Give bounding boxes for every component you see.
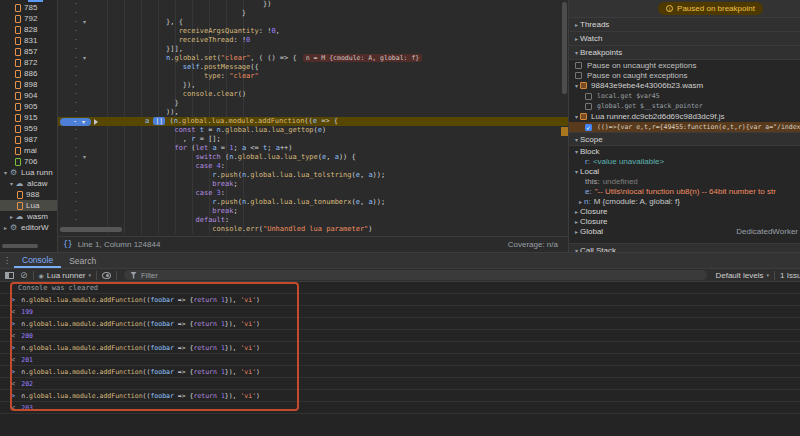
code-line[interactable]: - r.push(n.global.lua.lua_tolstring(e, a… <box>58 171 568 180</box>
navigator-item[interactable]: 905 <box>0 101 57 112</box>
scope-group-row[interactable]: ▾Block <box>569 146 800 156</box>
breakpoints-section-header[interactable]: ▾ Breakpoints <box>569 46 800 60</box>
gutter[interactable]: - <box>58 81 107 90</box>
navigator-item[interactable]: ▾☁alcaw <box>0 178 57 189</box>
code-line[interactable]: - }) <box>58 0 568 9</box>
chevron-right-icon[interactable]: ▸ <box>573 228 580 235</box>
editor-vertical-scrollbar[interactable] <box>561 0 568 236</box>
live-expression-eye-icon[interactable] <box>102 272 111 279</box>
scope-section-header[interactable]: ▾ Scope <box>569 132 800 146</box>
code-line[interactable]: - }]], <box>58 45 568 54</box>
console-filter-input[interactable]: Filter <box>124 270 707 280</box>
chevron-right-icon[interactable]: ▸ <box>8 213 15 220</box>
navigator-item[interactable]: Lua <box>0 200 57 211</box>
chevron-down-icon[interactable]: ▾ <box>573 148 580 155</box>
scrollbar-thumb[interactable] <box>562 2 567 94</box>
scope-group-row[interactable]: ▾Local <box>569 166 800 176</box>
code-line[interactable]: - } <box>58 9 568 18</box>
gutter[interactable]: - <box>58 207 107 216</box>
code-line[interactable]: - receiveThread: !0 <box>58 36 568 45</box>
gutter[interactable]: - <box>58 162 107 171</box>
code-line[interactable]: - break; <box>58 180 568 189</box>
breakpoint-entry[interactable]: global.get $__stack_pointer <box>569 101 800 111</box>
fold-arrow-icon[interactable]: ▾ <box>83 18 86 25</box>
gutter[interactable]: - <box>58 216 107 225</box>
chevron-down-icon[interactable]: ▾ <box>573 168 580 175</box>
gutter[interactable]: - <box>58 135 107 144</box>
log-levels-dropdown[interactable]: Default levels ▾ <box>715 271 769 280</box>
chevron-down-icon[interactable]: ▾ <box>573 82 580 89</box>
navigator-item[interactable]: 828 <box>0 24 57 35</box>
threads-section-header[interactable]: ▸ Threads <box>569 18 800 32</box>
gutter[interactable]: - <box>58 27 107 36</box>
execution-context-selector[interactable]: ◉ Lua runner ▾ <box>39 271 91 280</box>
chevron-right-icon[interactable]: ▸ <box>2 224 9 231</box>
gutter[interactable]: - <box>58 9 107 18</box>
gutter[interactable]: - <box>58 0 107 9</box>
code-line[interactable]: - } <box>58 99 568 108</box>
chevron-right-icon[interactable]: ▸ <box>573 208 580 215</box>
gutter[interactable]: -▾ <box>58 18 107 27</box>
code-line[interactable]: - const t = n.global.lua.lua_gettop(e) <box>58 126 568 135</box>
gutter[interactable]: -▾ <box>58 153 107 162</box>
checkbox[interactable] <box>575 72 582 79</box>
pause-exception-row[interactable]: Pause on uncaught exceptions <box>569 60 800 70</box>
console-sidebar-icon[interactable] <box>5 272 14 279</box>
code-line[interactable]: -▾ }, { <box>58 18 568 27</box>
callstack-section-header[interactable]: ▾ Call Stack <box>569 243 800 252</box>
code-line[interactable]: - }), <box>58 81 568 90</box>
navigator-item[interactable]: 886 <box>0 68 57 79</box>
code-line[interactable]: - receiveArgsQuantity: !0, <box>58 27 568 36</box>
gutter[interactable]: -▾ <box>58 117 107 126</box>
navigator-item[interactable]: 792 <box>0 13 57 24</box>
fold-arrow-icon[interactable]: ▾ <box>83 54 86 61</box>
scope-group-row[interactable]: ▸GlobalDedicatedWorker <box>569 226 800 236</box>
navigator-item[interactable]: ▾⚙Lua runn <box>0 167 57 178</box>
editor-horizontal-scrollbar[interactable] <box>60 227 122 232</box>
code-line[interactable]: - console.err("Unhandled lua parameter") <box>58 225 568 234</box>
gutter[interactable]: - <box>58 63 107 72</box>
code-line[interactable]: - case 4: <box>58 162 568 171</box>
gutter[interactable]: - <box>58 90 107 99</box>
chevron-down-icon[interactable]: ▾ <box>573 113 580 120</box>
code-line[interactable]: - type: "clear" <box>58 72 568 81</box>
navigator-item[interactable]: 785 <box>0 2 57 13</box>
checkbox[interactable] <box>575 62 582 69</box>
tab-search[interactable]: Search <box>61 253 104 268</box>
code-line[interactable]: -▾ n.global.set("clear", ( () => {n = M … <box>58 54 568 63</box>
gutter[interactable]: -▾ <box>58 54 107 63</box>
gutter[interactable]: - <box>58 36 107 45</box>
tab-console[interactable]: Console <box>14 253 61 268</box>
gutter[interactable]: - <box>58 198 107 207</box>
navigator-item[interactable]: 857 <box>0 46 57 57</box>
chevron-right-icon[interactable]: ▸ <box>577 198 584 205</box>
gutter[interactable]: - <box>58 171 107 180</box>
scope-group-row[interactable]: ▸Closure <box>569 206 800 216</box>
code-line[interactable]: - for (let a = 1; a <= t; a++) <box>58 144 568 153</box>
code-line[interactable]: - case 3: <box>58 189 568 198</box>
breakpoint-checkbox[interactable] <box>585 103 592 110</box>
code-area[interactable]: - })- }-▾ }, {- receiveArgsQuantity: !0,… <box>58 0 568 234</box>
scope-group-row[interactable]: ▸Closure <box>569 216 800 226</box>
navigator-item[interactable]: mai <box>0 145 57 156</box>
breakpoint-entry[interactable]: local.get $var45 <box>569 91 800 101</box>
fold-arrow-icon[interactable]: ▾ <box>83 153 86 160</box>
navigator-item[interactable]: ▸☁wasm <box>0 211 57 222</box>
code-line[interactable]: - break; <box>58 207 568 216</box>
navigator-item[interactable]: 987 <box>0 134 57 145</box>
breakpoint-checkbox[interactable] <box>585 93 592 100</box>
code-line[interactable]: - r.push(n.global.lua.lua_tonumberx(e, a… <box>58 198 568 207</box>
code-line[interactable]: - default: <box>58 216 568 225</box>
source-editor[interactable]: - })- }-▾ }, {- receiveArgsQuantity: !0,… <box>58 0 568 252</box>
code-line[interactable]: - console.clear() <box>58 90 568 99</box>
navigator-item[interactable]: 988 <box>0 189 57 200</box>
navigator-item[interactable]: 872 <box>0 57 57 68</box>
gutter[interactable]: - <box>58 189 107 198</box>
gutter[interactable]: - <box>58 45 107 54</box>
breakpoint-file-group[interactable]: ▾Lua runner.dc9cb2d6d69c98d3dc9f.js <box>569 111 800 122</box>
navigator-item[interactable]: 915 <box>0 112 57 123</box>
chevron-right-icon[interactable]: ▸ <box>573 218 580 225</box>
fold-arrow-icon[interactable]: ▾ <box>82 118 85 125</box>
code-line[interactable]: -▾ switch (n.global.lua.lua_type(e, a)) … <box>58 153 568 162</box>
code-line[interactable]: - self.postMessage({ <box>58 63 568 72</box>
